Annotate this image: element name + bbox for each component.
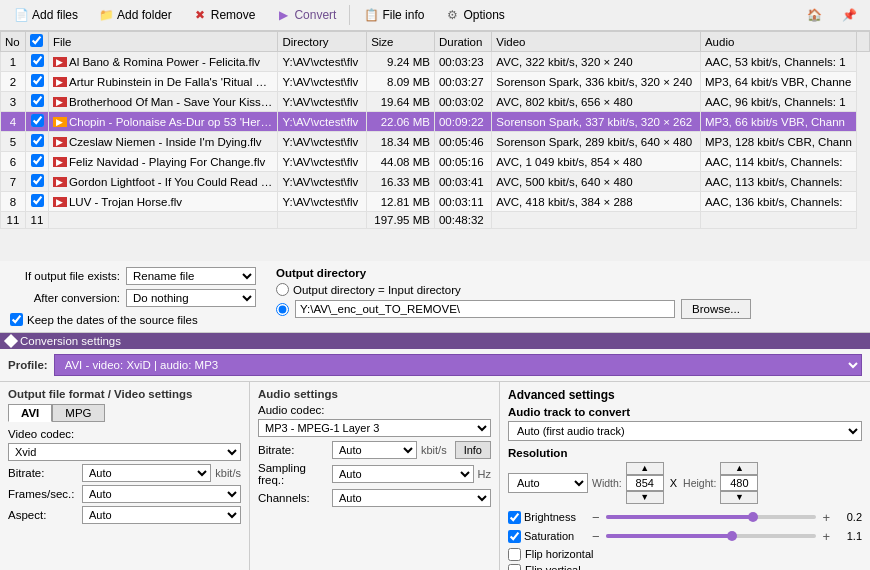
brightness-track[interactable] (606, 515, 817, 519)
tab-avi[interactable]: AVI (8, 404, 52, 422)
row-checkbox[interactable] (31, 74, 44, 87)
conv-settings-title: Conversion settings (20, 335, 121, 347)
table-row[interactable]: 4 ▶Chopin - Polonaise As-Dur op 53 'Hero… (1, 112, 870, 132)
aspect-row: Aspect: Auto (8, 506, 241, 524)
width-down-btn[interactable]: ▼ (626, 491, 664, 504)
audio-bitrate-select[interactable]: Auto (332, 441, 417, 459)
row-checkbox[interactable] (31, 134, 44, 147)
brightness-label: Brightness (524, 511, 576, 523)
row-video: AVC, 802 kbit/s, 656 × 480 (492, 92, 701, 112)
height-input[interactable] (720, 475, 758, 491)
row-size: 9.24 MB (367, 52, 435, 72)
table-row[interactable]: 7 ▶Gordon Lightfoot - If You Could Read … (1, 172, 870, 192)
row-video: AVC, 500 kbit/s, 640 × 480 (492, 172, 701, 192)
after-conv-select[interactable]: Do nothing Shutdown Hibernate (126, 289, 256, 307)
saturation-minus[interactable]: − (592, 529, 600, 544)
audio-track-select[interactable]: Auto (first audio track) (508, 421, 862, 441)
audio-codec-select[interactable]: MP3 - MPEG-1 Layer 3 (258, 419, 491, 437)
select-all-checkbox[interactable] (30, 34, 43, 47)
saturation-checkbox[interactable] (508, 530, 521, 543)
row-video: AVC, 418 kbit/s, 384 × 288 (492, 192, 701, 212)
flip-h-checkbox[interactable] (508, 548, 521, 561)
flip-v-checkbox[interactable] (508, 564, 521, 570)
table-row[interactable]: 5 ▶Czeslaw Niemen - Inside I'm Dying.flv… (1, 132, 870, 152)
table-row[interactable]: 3 ▶Brotherhood Of Man - Save Your Kisses… (1, 92, 870, 112)
radio-input-dir-btn[interactable] (276, 283, 289, 296)
flip-v-label: Flip vertical (525, 564, 581, 570)
browse-button[interactable]: Browse... (681, 299, 751, 319)
options-button[interactable]: ⚙ Options (435, 3, 513, 27)
saturation-thumb[interactable] (727, 531, 737, 541)
row-file: ▶Al Bano & Romina Power - Felicita.flv (48, 52, 278, 72)
row-file: ▶LUV - Trojan Horse.flv (48, 192, 278, 212)
profile-label: Profile: (8, 359, 48, 371)
brightness-plus[interactable]: + (822, 510, 830, 525)
saturation-plus[interactable]: + (822, 529, 830, 544)
profile-select[interactable]: AVI - video: XviD | audio: MP3 (54, 354, 862, 376)
saturation-check-label: Saturation (508, 530, 588, 543)
table-row[interactable]: 1 ▶Al Bano & Romina Power - Felicita.flv… (1, 52, 870, 72)
height-up-btn[interactable]: ▲ (720, 462, 758, 475)
add-folder-icon: 📁 (98, 7, 114, 23)
brightness-minus[interactable]: − (592, 510, 600, 525)
row-size: 12.81 MB (367, 192, 435, 212)
resolution-select[interactable]: Auto (508, 473, 588, 493)
home-button[interactable]: 🏠 (798, 4, 831, 26)
sampling-label: Sampling freq.: (258, 462, 328, 486)
keep-dates-checkbox[interactable] (10, 313, 23, 326)
output-path-row: Browse... (276, 299, 860, 319)
sampling-select[interactable]: Auto (332, 465, 474, 483)
video-codec-select[interactable]: Xvid (8, 443, 241, 461)
row-checkbox[interactable] (31, 174, 44, 187)
brightness-thumb[interactable] (748, 512, 758, 522)
if-output-row: If output file exists: Rename file Overw… (10, 267, 256, 285)
row-checkbox[interactable] (31, 194, 44, 207)
table-row[interactable]: 2 ▶Artur Rubinstein in De Falla's 'Ritua… (1, 72, 870, 92)
row-size: 44.08 MB (367, 152, 435, 172)
if-output-select[interactable]: Rename file Overwrite Skip (126, 267, 256, 285)
fps-select[interactable]: Auto (82, 485, 241, 503)
row-video: Sorenson Spark, 289 kbit/s, 640 × 480 (492, 132, 701, 152)
row-checkbox[interactable] (31, 94, 44, 107)
file-type-icon: ▶ (53, 117, 67, 127)
brightness-row: Brightness − + 0.2 (508, 510, 862, 525)
row-checkbox[interactable] (31, 114, 44, 127)
convert-button[interactable]: ▶ Convert (266, 3, 345, 27)
output-dir-input[interactable] (295, 300, 675, 318)
bitrate-select[interactable]: Auto (82, 464, 211, 482)
options-icon: ⚙ (444, 7, 460, 23)
file-info-button[interactable]: 📋 File info (354, 3, 433, 27)
pin-button[interactable]: 📌 (833, 4, 866, 26)
row-video: Sorenson Spark, 336 kbit/s, 320 × 240 (492, 72, 701, 92)
add-folder-button[interactable]: 📁 Add folder (89, 3, 181, 27)
row-file: ▶Chopin - Polonaise As-Dur op 53 'Heroiq… (48, 112, 278, 132)
brightness-checkbox[interactable] (508, 511, 521, 524)
options-left: If output file exists: Rename file Overw… (10, 267, 256, 326)
row-size: 8.09 MB (367, 72, 435, 92)
height-spinner: ▲ ▼ (720, 462, 758, 504)
sampling-row: Sampling freq.: Auto Hz (258, 462, 491, 486)
file-type-icon: ▶ (53, 177, 67, 187)
remove-button[interactable]: ✖ Remove (183, 3, 265, 27)
add-files-button[interactable]: 📄 Add files (4, 3, 87, 27)
height-down-btn[interactable]: ▼ (720, 491, 758, 504)
width-spinner: ▲ ▼ (626, 462, 664, 504)
table-row[interactable]: 6 ▶Feliz Navidad - Playing For Change.fl… (1, 152, 870, 172)
bitrate-label: Bitrate: (8, 467, 78, 479)
advanced-settings-panel: Advanced settings Audio track to convert… (500, 382, 870, 570)
saturation-track[interactable] (606, 534, 817, 538)
width-input[interactable] (626, 475, 664, 491)
table-row[interactable]: 8 ▶LUV - Trojan Horse.flv Y:\AV\vctest\f… (1, 192, 870, 212)
row-no: 3 (1, 92, 26, 112)
row-checkbox[interactable] (31, 154, 44, 167)
info-button[interactable]: Info (455, 441, 491, 459)
row-video: AVC, 322 kbit/s, 320 × 240 (492, 52, 701, 72)
radio-custom-dir-btn[interactable] (276, 303, 289, 316)
col-video: Video (492, 32, 701, 52)
aspect-select[interactable]: Auto (82, 506, 241, 524)
channels-select[interactable]: Auto (332, 489, 491, 507)
width-up-btn[interactable]: ▲ (626, 462, 664, 475)
row-file: ▶Feliz Navidad - Playing For Change.flv (48, 152, 278, 172)
row-checkbox[interactable] (31, 54, 44, 67)
tab-mpg[interactable]: MPG (52, 404, 104, 422)
